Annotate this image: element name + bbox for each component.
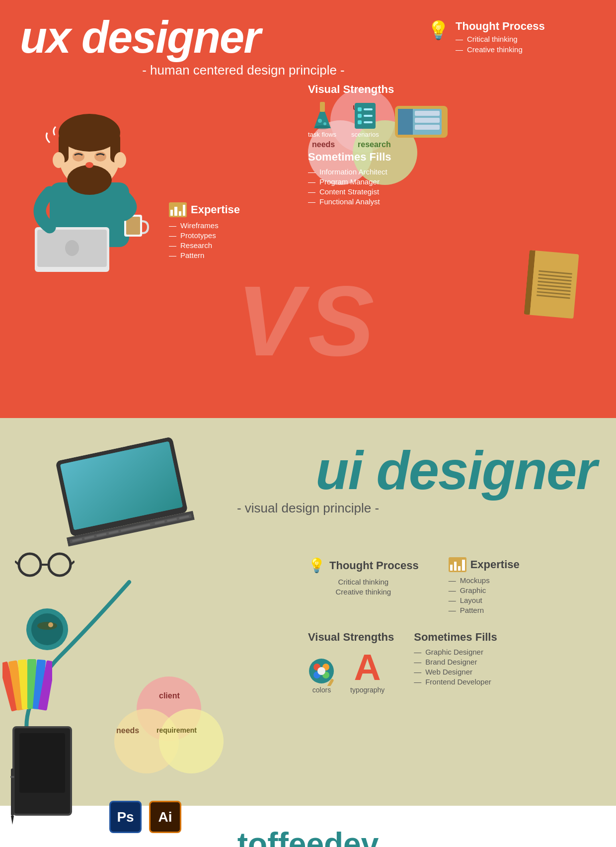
ui-thought-item-1: Critical thinking — [308, 578, 419, 586]
typography-item: A typography — [350, 649, 385, 694]
ux-subtitle: - human centered design principle - — [60, 63, 427, 78]
ui-expertise: Expertise — Mockups — Graphic — Layout —… — [449, 557, 520, 616]
ui-sometimes-3: — Web Designer — [414, 668, 497, 676]
ux-sometimes-heading: Sometimes Fills — [308, 151, 596, 164]
colors-item: colors — [308, 656, 335, 694]
ux-expertise-heading: Expertise — [191, 203, 240, 216]
footer-section: toffeedev resource from ux vs ui design … — [0, 806, 616, 847]
scenarios-item: scenarios — [351, 101, 379, 138]
ui-exp-3: — Layout — [449, 596, 520, 604]
tablet-icon — [394, 101, 449, 141]
svg-point-19 — [318, 119, 322, 123]
ui-vs-heading: Visual Strengths — [308, 631, 394, 644]
ui-info-panel: 💡 Thought Process Critical thinking Crea… — [308, 557, 596, 694]
svg-point-3 — [65, 240, 79, 256]
svg-rect-33 — [415, 125, 440, 130]
svg-rect-24 — [358, 114, 362, 118]
ux-exp-4: Pattern — [169, 251, 240, 259]
photoshop-icon: Ps — [109, 801, 142, 833]
svg-rect-25 — [364, 115, 373, 117]
palette-icon — [308, 656, 335, 686]
ux-sometimes-3: Content Strategist — [308, 187, 596, 196]
ux-exp-2: Prototypes — [169, 231, 240, 240]
svg-rect-31 — [415, 111, 440, 116]
svg-rect-16 — [320, 102, 325, 112]
ui-sometimes-fills: Sometimes Fills — Graphic Designer — Bra… — [414, 631, 497, 694]
ui-venn-req-label: requirement — [156, 726, 197, 734]
svg-rect-30 — [398, 109, 413, 135]
barchart-icon-ui — [449, 557, 466, 572]
barchart-icon — [169, 202, 187, 217]
ux-character — [20, 83, 169, 274]
glasses-icon — [15, 552, 75, 579]
ui-sometimes-heading: Sometimes Fills — [414, 631, 497, 644]
ux-thought-item-1: Critical thinking — [456, 35, 545, 43]
svg-rect-23 — [364, 108, 373, 110]
colors-label: colors — [312, 686, 331, 694]
lightbulb-icon: 💡 — [427, 20, 450, 41]
ui-venn-client-label: client — [159, 691, 180, 700]
svg-point-20 — [323, 122, 326, 125]
typography-A: A — [354, 649, 381, 686]
ux-expertise: Expertise Wireframes Prototypes Research… — [169, 202, 240, 261]
vs-text: VS — [237, 265, 380, 376]
ux-vs-heading: Visual Strengths — [308, 83, 596, 96]
ui-thought-item-2: Creative thinking — [308, 588, 419, 596]
coffee-svg — [25, 607, 70, 652]
tools-section: Ps Ai — [109, 801, 181, 833]
svg-point-18 — [315, 125, 330, 129]
ui-exp-4: — Pattern — [449, 606, 520, 614]
ux-exp-1: Wireframes — [169, 221, 240, 230]
glasses-svg — [15, 552, 75, 577]
stylus-svg — [5, 766, 20, 826]
ui-thought-heading: Thought Process — [329, 559, 419, 572]
svg-rect-22 — [358, 107, 362, 111]
ux-section: ux designer - human centered design prin… — [0, 0, 616, 418]
svg-point-70 — [317, 667, 325, 675]
ux-designer-character — [20, 83, 154, 272]
ux-visual-strengths: Visual Strengths task flows — [308, 83, 596, 141]
ux-thought-process: 💡 Thought Process Critical thinking Crea… — [427, 20, 596, 64]
illustrator-icon: Ai — [149, 801, 181, 833]
ui-venn-needs-label: needs — [116, 726, 139, 735]
footer-brand: toffeedev — [10, 826, 606, 847]
ux-sometimes-4: Functional Analyst — [308, 197, 596, 206]
lightbulb-icon-ui: 💡 — [308, 557, 325, 574]
svg-point-15 — [114, 152, 126, 168]
swatches-svg — [2, 657, 52, 716]
svg-point-48 — [49, 554, 71, 576]
svg-rect-26 — [358, 120, 362, 124]
ux-thought-item-2: Creative thinking — [456, 45, 545, 54]
svg-point-55 — [48, 622, 53, 627]
ui-exp-1: — Mockups — [449, 576, 520, 585]
typography-label: typography — [350, 686, 385, 694]
ui-thought-process: 💡 Thought Process Critical thinking Crea… — [308, 557, 419, 616]
svg-point-47 — [19, 554, 41, 576]
ux-exp-3: Research — [169, 241, 240, 250]
svg-point-8 — [67, 165, 112, 195]
svg-point-54 — [37, 622, 57, 630]
svg-rect-27 — [364, 121, 373, 123]
ui-venn-diagram: client needs requirement — [109, 677, 229, 781]
task-flows-item: task flows — [308, 101, 336, 138]
svg-rect-32 — [415, 118, 440, 123]
ui-exp-2: — Graphic — [449, 586, 520, 594]
drawing-tablet — [12, 726, 72, 816]
ui-sometimes-4: — Frontend Developer — [414, 678, 497, 686]
ux-thought-heading: Thought Process — [456, 20, 545, 33]
brand-toffee: toffee — [237, 826, 324, 847]
ux-sometimes-2: Program Manager — [308, 177, 596, 186]
ui-visual-strengths: Visual Strengths — [308, 631, 394, 694]
task-flows-label: task flows — [308, 131, 336, 138]
ux-venn-diagram: user needs research Expertise Wireframes… — [169, 88, 293, 274]
ux-sometimes-1: Information Architect — [308, 168, 596, 176]
color-swatches — [2, 657, 52, 718]
ux-sometimes-fills: Sometimes Fills Information Architect Pr… — [308, 151, 596, 206]
svg-point-14 — [53, 152, 65, 168]
ux-title: ux designer — [20, 15, 427, 60]
ui-expertise-heading: Expertise — [470, 558, 520, 571]
ui-section: ui designer - visual design principle - … — [0, 418, 616, 806]
svg-rect-64 — [10, 776, 14, 778]
coffee-cup — [25, 607, 70, 654]
scenarios-label: scenarios — [351, 131, 379, 138]
